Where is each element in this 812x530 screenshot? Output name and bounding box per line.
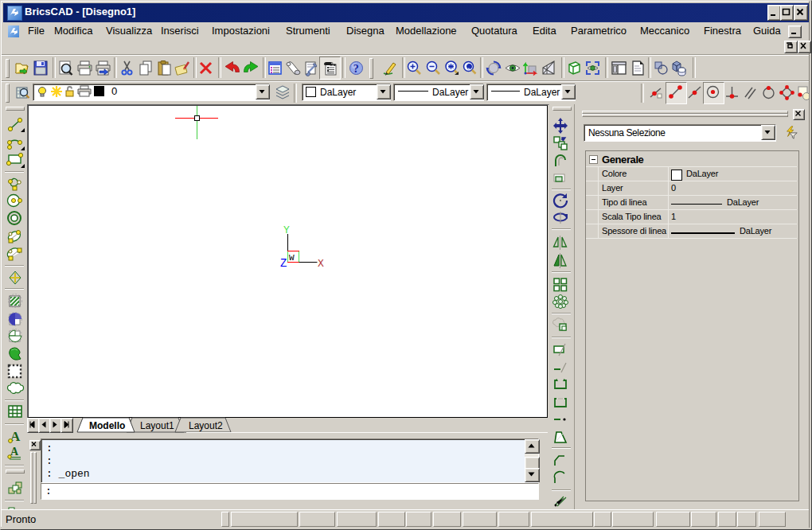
- svg-text:Layout2: Layout2: [189, 420, 223, 431]
- svg-text:Layout1: Layout1: [140, 420, 174, 431]
- svg-text:X: X: [318, 258, 324, 270]
- svg-text:?: ?: [353, 63, 359, 75]
- svg-text:Z: Z: [280, 257, 287, 270]
- svg-text:Y: Y: [283, 224, 290, 236]
- svg-text:W: W: [289, 253, 295, 263]
- svg-text:Modello: Modello: [89, 420, 125, 431]
- svg-text:A: A: [10, 446, 19, 458]
